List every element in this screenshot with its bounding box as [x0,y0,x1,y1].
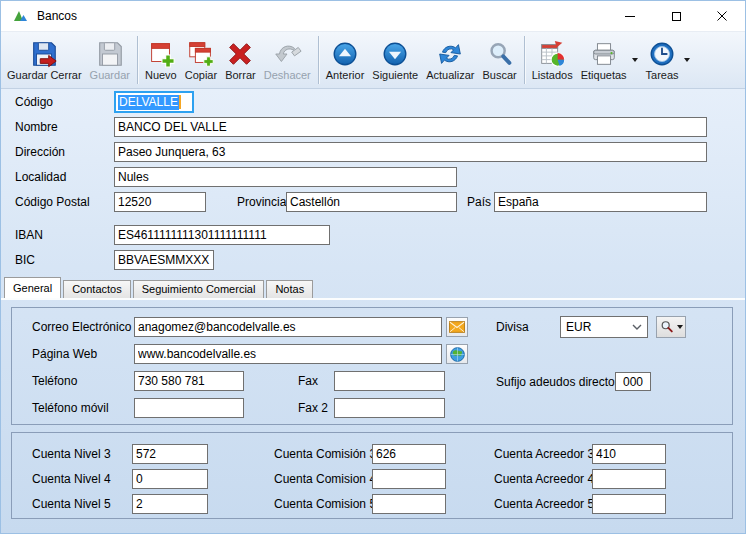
window-controls [607,1,745,31]
siguiente-button[interactable]: Siguiente [368,33,422,87]
bic-input[interactable] [114,250,214,270]
previous-icon [330,39,360,69]
toolbar-separator [318,36,319,84]
tab-notas[interactable]: Notas [266,280,313,298]
cuenta-nivel-4-label: Cuenta Nivel 4 [32,469,111,489]
new-icon [146,39,176,69]
iban-label: IBAN [15,225,43,245]
cuenta-comision-5-input[interactable] [372,494,446,514]
codigo-postal-input[interactable] [114,192,206,212]
tab-general[interactable]: General [4,277,61,298]
telefono-movil-label: Teléfono móvil [32,398,109,418]
codigo-input[interactable]: DELVALLE [114,91,194,113]
divisa-dropdown-arrow-icon [677,325,683,329]
anterior-button[interactable]: Anterior [322,33,369,87]
localidad-input[interactable] [114,167,457,187]
close-button[interactable] [699,1,745,31]
pagina-web-label: Página Web [32,344,97,364]
codigo-selected-text: DELVALLE [118,95,179,110]
window-title: Bancos [37,9,77,23]
deshacer-button[interactable]: Deshacer [260,33,315,87]
cuenta-comision-4-input[interactable] [372,469,446,489]
listados-button[interactable]: Listados [528,33,577,87]
sufijo-label: Sufijo adeudos directos [496,372,621,392]
fax-input[interactable] [334,371,445,391]
toolbar-separator [524,36,525,84]
guardar-cerrar-button[interactable]: Guardar Cerrar [3,33,86,87]
cuenta-comision-3-input[interactable] [372,444,446,464]
provincia-input[interactable] [286,192,457,212]
tabpage-top-border [1,298,745,300]
bancos-window: Bancos Guardar Cerrar [0,0,746,534]
cuenta-nivel-3-input[interactable] [132,444,208,464]
cuentas-groupbox: Cuenta Nivel 3 Cuenta Nivel 4 Cuenta Niv… [11,432,733,519]
cuenta-nivel-5-label: Cuenta Nivel 5 [32,494,111,514]
iban-input[interactable] [114,225,330,245]
form-area: Código DELVALLE Nombre Dirección Localid… [1,89,745,533]
tabstrip: General Contactos Seguimiento Comercial … [4,277,315,298]
undo-icon [272,39,302,69]
codigo-label: Código [15,92,53,112]
sufijo-input[interactable] [615,372,651,391]
cuenta-acreedor-5-label: Cuenta Acreedor 5 [494,494,594,514]
open-website-button[interactable] [446,344,468,364]
cuenta-acreedor-4-input[interactable] [592,469,666,489]
correo-input[interactable] [134,317,442,337]
borrar-button[interactable]: Borrar [221,33,260,87]
minimize-icon [625,16,635,17]
next-icon [380,39,410,69]
app-icon [12,8,28,24]
nombre-input[interactable] [114,117,707,137]
pais-input[interactable] [494,192,707,212]
copiar-button[interactable]: Copiar [181,33,221,87]
divisa-search-button[interactable] [656,316,686,338]
fax-label: Fax [298,371,318,391]
cuenta-nivel-4-input[interactable] [132,469,208,489]
tareas-button[interactable]: Tareas [642,33,683,87]
pais-label: País [467,192,491,212]
copy-icon [186,39,216,69]
actualizar-button[interactable]: Actualizar [422,33,478,87]
search-icon [485,39,515,69]
text-caret [179,95,181,109]
correo-label: Correo Electrónico [32,317,131,337]
chevron-down-icon [632,324,642,330]
save-close-icon [29,39,59,69]
maximize-button[interactable] [653,1,699,31]
refresh-icon [435,39,465,69]
divisa-label: Divisa [496,317,529,337]
codigo-postal-label: Código Postal [15,192,90,212]
direccion-input[interactable] [114,142,707,162]
tareas-dropdown-arrow-icon[interactable] [684,58,690,62]
toolbar-separator [137,36,138,84]
buscar-button[interactable]: Buscar [478,33,520,87]
cuenta-acreedor-5-input[interactable] [592,494,666,514]
search-small-icon [660,320,674,334]
send-email-button[interactable] [446,317,468,337]
cuenta-comision-5-label: Cuenta Comision 5 [274,494,376,514]
provincia-label: Provincia [237,192,286,212]
divisa-combobox[interactable]: EUR [560,316,648,338]
delete-icon [225,39,255,69]
cuenta-nivel-5-input[interactable] [132,494,208,514]
contact-groupbox: Correo Electrónico Divisa EUR [11,307,733,425]
pagina-web-input[interactable] [134,344,442,364]
save-icon [95,39,125,69]
etiquetas-dropdown-arrow-icon[interactable] [632,58,638,62]
cuenta-acreedor-4-label: Cuenta Acreedor 4 [494,469,594,489]
fax2-input[interactable] [334,398,445,418]
reports-icon [537,39,567,69]
telefono-movil-input[interactable] [134,398,244,418]
tab-seguimiento-comercial[interactable]: Seguimiento Comercial [133,280,265,298]
nuevo-button[interactable]: Nuevo [141,33,181,87]
direccion-label: Dirección [15,142,65,162]
telefono-label: Teléfono [32,371,77,391]
tab-contactos[interactable]: Contactos [63,280,131,298]
cuenta-comision-3-label: Cuenta Comisión 3 [274,444,376,464]
cuenta-acreedor-3-input[interactable] [592,444,666,464]
cuenta-nivel-3-label: Cuenta Nivel 3 [32,444,111,464]
telefono-input[interactable] [134,371,244,391]
minimize-button[interactable] [607,1,653,31]
etiquetas-button[interactable]: Etiquetas [577,33,631,87]
guardar-button[interactable]: Guardar [86,33,134,87]
